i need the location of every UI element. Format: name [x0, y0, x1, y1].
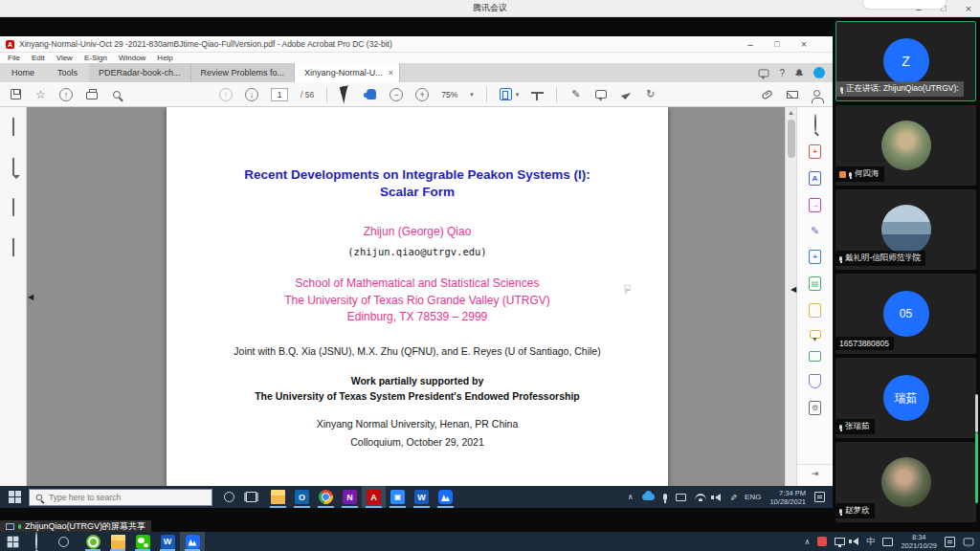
taskbar-word[interactable]: W	[410, 486, 434, 508]
collapse-left-panel-icon[interactable]: ◀	[28, 293, 33, 301]
layers-icon[interactable]	[12, 238, 14, 256]
menu-esign[interactable]: E-Sign	[84, 54, 107, 62]
save-icon[interactable]	[11, 89, 21, 99]
doc-tab-pderadar[interactable]: PDERadar-book-ch...	[89, 63, 191, 82]
page-display-icon[interactable]	[500, 88, 512, 100]
host-note-icon[interactable]	[945, 537, 955, 547]
cortana-icon[interactable]	[224, 492, 234, 502]
print-icon[interactable]	[86, 92, 98, 99]
host-tray-app-icon[interactable]	[817, 537, 827, 546]
doc-tab-xinyang-active[interactable]: Xinyang-Normal-U... ×	[295, 63, 400, 82]
doc-tab-review-problems[interactable]: Review Problems fo...	[191, 63, 296, 82]
fill-sign-icon[interactable]	[621, 89, 631, 99]
tab-home[interactable]: Home	[0, 65, 46, 81]
menu-file[interactable]: File	[8, 54, 20, 62]
feedback-icon[interactable]	[759, 69, 769, 77]
participant-tile-speaker[interactable]: Z 正在讲话: ZhijunQiao(UTRGV):	[835, 21, 976, 101]
volume-icon[interactable]	[715, 494, 721, 501]
zoom-level-select[interactable]: 75%	[441, 90, 457, 99]
wifi-icon[interactable]	[695, 494, 706, 500]
email-icon[interactable]	[787, 91, 798, 99]
zoom-caret-icon[interactable]: ▾	[470, 91, 474, 99]
collapse-tools-panel-icon[interactable]: ◀	[791, 285, 796, 294]
account-avatar[interactable]	[813, 67, 825, 78]
fit-width-icon[interactable]	[531, 92, 544, 101]
tray-touchpad-icon[interactable]	[676, 494, 686, 501]
shared-clock[interactable]: 7:34 PM 10/28/2021	[769, 489, 806, 506]
share-people-icon[interactable]	[813, 90, 820, 97]
start-button[interactable]	[9, 491, 21, 503]
taskbar-acrobat-active[interactable]: A	[362, 486, 386, 508]
more-tools-icon[interactable]: ⚙	[809, 401, 821, 415]
sidebar-scrollbar-thumb[interactable]	[975, 394, 978, 432]
create-pdf-icon[interactable]: +	[809, 144, 821, 159]
tray-expand-icon[interactable]: ∧	[628, 493, 634, 501]
comment-tool-rail-icon[interactable]: ✎	[811, 225, 819, 237]
acrobat-restore-button[interactable]	[771, 38, 783, 50]
host-clock[interactable]: 8:34 2021/10/29	[901, 533, 937, 550]
acrobat-close-button[interactable]	[798, 38, 810, 50]
attachments-icon[interactable]	[12, 198, 14, 216]
export-pdf-icon[interactable]: →	[809, 198, 821, 212]
stamp-icon[interactable]	[810, 330, 821, 339]
protect-icon[interactable]	[809, 374, 821, 388]
share-link-icon[interactable]	[761, 89, 772, 99]
host-search-icon[interactable]	[35, 533, 37, 550]
host-cortana-icon[interactable]	[58, 537, 69, 547]
tab-tools[interactable]: Tools	[46, 65, 89, 81]
participant-tile[interactable]: 何四海	[835, 105, 976, 186]
next-page-button[interactable]: ↓	[245, 88, 258, 101]
share-upload-icon[interactable]: ↑	[59, 88, 73, 101]
participant-tile[interactable]: 赵梦欣	[835, 442, 976, 522]
host-taskbar-browser[interactable]	[80, 532, 105, 551]
action-center-icon[interactable]	[814, 492, 825, 502]
compress-pdf-icon[interactable]	[809, 303, 821, 318]
edit-pdf-icon[interactable]: A	[809, 171, 821, 186]
document-view[interactable]: ◀ Recent Developments on Integrable Peak…	[27, 107, 785, 486]
taskbar-search[interactable]	[29, 489, 212, 506]
host-taskbar-word[interactable]: W	[155, 532, 180, 551]
help-icon[interactable]: ?	[779, 68, 785, 78]
host-taskbar-wechat[interactable]	[130, 532, 155, 551]
taskbar-file-explorer[interactable]	[266, 486, 290, 508]
menu-window[interactable]: Window	[119, 54, 145, 62]
ime-indicator[interactable]: 中	[866, 536, 875, 548]
select-tool-icon[interactable]	[340, 85, 352, 104]
collapse-rail-icon[interactable]: ⇥	[797, 464, 833, 478]
host-taskbar-file-explorer[interactable]	[105, 532, 130, 551]
participant-tile[interactable]: 戴礼明-信阳师范学院	[835, 189, 976, 270]
send-review-icon[interactable]	[644, 88, 657, 100]
scroll-up-icon[interactable]: ▲	[788, 109, 794, 116]
pen-icon[interactable]: ✎	[727, 494, 737, 501]
language-indicator[interactable]: ENG	[745, 493, 761, 501]
zoom-in-button[interactable]: +	[415, 88, 429, 101]
scrollbar-thumb[interactable]	[788, 120, 795, 158]
host-start-button[interactable]	[8, 536, 19, 547]
acrobat-minimize-button[interactable]	[745, 38, 756, 50]
taskbar-video-app[interactable]: ▣	[386, 486, 410, 508]
taskbar-outlook[interactable]: O	[290, 486, 314, 508]
pencil-tool-icon[interactable]	[569, 88, 582, 100]
page-number-input[interactable]: 1	[271, 88, 288, 101]
hand-tool-icon[interactable]	[367, 89, 376, 99]
participant-tile[interactable]: 瑞茹 张瑞茹	[835, 358, 976, 438]
host-volume-icon[interactable]	[853, 538, 858, 545]
bookmarks-icon[interactable]	[12, 158, 14, 175]
menu-view[interactable]: View	[56, 54, 73, 62]
close-button[interactable]	[963, 3, 974, 14]
menu-edit[interactable]: Edit	[32, 54, 45, 62]
host-action-center-icon[interactable]	[964, 538, 974, 545]
task-view-icon[interactable]	[246, 492, 256, 502]
sidebar-scrollbar-active[interactable]	[975, 432, 978, 503]
participant-tile[interactable]: 05 16573880805	[835, 274, 976, 354]
combine-files-icon[interactable]: +	[809, 250, 821, 264]
search-tool-icon[interactable]	[814, 114, 816, 132]
print-production-icon[interactable]	[809, 351, 821, 362]
page-display-caret-icon[interactable]: ▾	[516, 91, 520, 99]
tab-close-icon[interactable]: ×	[389, 68, 393, 77]
zoom-out-button[interactable]: −	[390, 88, 403, 101]
favorites-star-icon[interactable]	[34, 88, 47, 100]
comment-tool-icon[interactable]	[595, 90, 607, 99]
previous-page-button[interactable]: ↑	[219, 88, 233, 101]
vertical-scrollbar[interactable]: ▲	[785, 107, 796, 486]
